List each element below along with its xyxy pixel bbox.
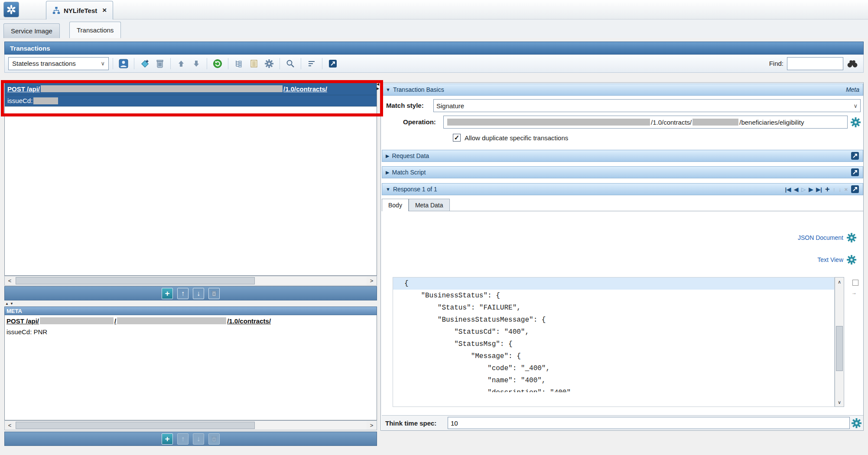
arrow-down-icon (192, 60, 200, 68)
add-button[interactable]: + (162, 288, 173, 299)
operation-settings-button[interactable] (850, 117, 861, 127)
allow-duplicate-checkbox-row[interactable]: ✓ Allow duplicate specific transactions (453, 134, 568, 142)
service-image-button[interactable] (117, 57, 130, 70)
operation-field[interactable]: /1.0/contracts/ /beneficiaries/eligibili… (443, 116, 848, 129)
remove-response-button[interactable]: × (844, 186, 848, 193)
open-external-icon[interactable] (851, 168, 859, 177)
gear-icon[interactable] (847, 255, 856, 265)
scroll-up-button[interactable]: ∧ (835, 278, 844, 286)
transaction-row-selected-detail[interactable]: issueCd: (5, 95, 377, 106)
think-time-settings-button[interactable] (851, 418, 861, 428)
sort-icon (307, 59, 316, 68)
previous-response-button[interactable]: ◀ (794, 186, 798, 193)
next-response-button[interactable]: ▶ (809, 186, 813, 193)
toolbar-separator (207, 58, 207, 69)
close-icon[interactable]: × (102, 6, 107, 15)
scroll-track[interactable] (15, 276, 367, 285)
checkbox-checked[interactable]: ✓ (453, 134, 461, 142)
meta-section-header: META (4, 307, 377, 315)
tab-transactions[interactable]: Transactions (69, 22, 121, 38)
move-response-down-button[interactable]: ↓ (839, 186, 842, 193)
text-view-link[interactable]: Text View (817, 256, 843, 263)
first-response-button[interactable]: |◀ (785, 186, 791, 193)
scroll-thumb[interactable] (16, 277, 255, 284)
delete-transaction-button[interactable] (153, 57, 166, 70)
transaction-mode-dropdown[interactable]: Stateless transactions ∨ (8, 57, 109, 70)
section-request-data[interactable]: ▶ Request Data (382, 150, 863, 162)
add-response-button[interactable]: + (825, 185, 830, 194)
splitter-collapse-right-icon[interactable]: ▶ (377, 87, 380, 91)
open-external-button[interactable] (326, 57, 339, 70)
gear-icon (851, 117, 861, 127)
think-time-label: Think time spec: (385, 420, 436, 427)
move-down-button[interactable]: ↓ (193, 288, 204, 299)
scroll-right-button[interactable]: > (367, 421, 377, 430)
response-body-editor[interactable]: { "BusinessStatus": { "Status": "FAILURE… (393, 277, 835, 407)
meta-transaction-row[interactable]: POST /api/ / /1.0/contracts/ (5, 315, 377, 326)
settings-button[interactable] (263, 57, 276, 70)
triangle-collapsed-icon: ▶ (386, 170, 389, 175)
scroll-thumb[interactable] (836, 326, 843, 371)
tree-view-button[interactable] (232, 57, 245, 70)
scroll-left-button[interactable]: < (5, 276, 15, 285)
trash-icon (211, 436, 217, 442)
move-response-up-button[interactable]: ↑ (832, 186, 835, 193)
operation-path-part1: /1.0/contracts/ (651, 119, 692, 126)
think-time-input[interactable] (448, 417, 850, 429)
match-style-dropdown[interactable]: Signature ∨ (433, 99, 861, 112)
section-match-script[interactable]: ▶ Match Script (382, 166, 863, 178)
redacted-text (40, 317, 114, 324)
code-line-partial: "description": "400", (393, 387, 834, 392)
play-response-button[interactable]: ▷ (801, 186, 806, 193)
transaction-list-hscrollbar: < > (4, 276, 377, 286)
vertical-splitter[interactable]: ◀ ▶ (377, 82, 380, 431)
section-response[interactable]: ▼ Response 1 of 1 |◀ ◀ ▷ ▶ ▶| + ↑ ↓ × (382, 183, 863, 195)
open-external-icon[interactable] (851, 152, 859, 160)
delete-button[interactable] (208, 288, 220, 299)
reset-button[interactable] (211, 57, 224, 70)
section-title: Response 1 of 1 (393, 186, 437, 193)
section-transaction-basics[interactable]: ▼ Transaction Basics Meta (382, 84, 863, 96)
doc-tab-nylifetest[interactable]: NYLifeTest × (46, 1, 113, 19)
binoculars-icon[interactable] (847, 59, 858, 68)
transaction-row-selected[interactable]: POST /api/ /1.0/contracts/ (5, 83, 377, 95)
add-button[interactable]: + (162, 433, 173, 445)
move-down-button-disabled[interactable]: ↓ (193, 433, 204, 445)
move-up-button-disabled[interactable]: ↑ (177, 433, 189, 445)
meta-path-mid: / (114, 317, 116, 325)
tab-body[interactable]: Body (382, 199, 409, 211)
toolbar-separator (228, 58, 228, 69)
editor-corner-toggle[interactable] (852, 280, 858, 286)
scroll-left-button[interactable]: < (5, 421, 15, 430)
magnifier-icon (286, 59, 295, 68)
tab-service-image[interactable]: Service Image (3, 23, 60, 38)
image-icon (119, 59, 128, 68)
splitter-collapse-left-icon[interactable]: ◀ (377, 82, 380, 87)
toolbar-separator (280, 58, 280, 69)
sort-button[interactable] (305, 57, 318, 70)
scroll-thumb[interactable] (16, 422, 255, 429)
scroll-right-button[interactable]: > (367, 276, 377, 285)
response-body-json: "BusinessStatus": { "Status": "FAILURE",… (393, 290, 834, 387)
editor-corner-marker-icon: → (852, 290, 857, 296)
inspect-button[interactable] (284, 57, 297, 70)
horizontal-splitter-handle[interactable]: ▲▼ (5, 302, 15, 306)
open-external-icon (328, 59, 337, 68)
move-up-button[interactable] (175, 57, 188, 70)
check-icon: ✓ (454, 134, 460, 142)
move-down-button[interactable] (190, 57, 203, 70)
new-transaction-button[interactable] (138, 57, 151, 70)
move-up-button[interactable]: ↑ (177, 288, 189, 299)
service-image-icon (52, 6, 60, 14)
last-response-button[interactable]: ▶| (816, 186, 822, 193)
meta-transaction-detail-row[interactable]: issueCd: PNR (5, 326, 377, 337)
tab-meta-data[interactable]: Meta Data (409, 199, 450, 211)
delete-button-disabled[interactable] (208, 433, 220, 445)
list-view-button[interactable] (247, 57, 260, 70)
open-external-icon[interactable] (851, 185, 859, 194)
json-document-link[interactable]: JSON Document (798, 234, 843, 241)
scroll-track[interactable] (15, 421, 367, 430)
find-input[interactable] (787, 57, 843, 70)
scroll-down-button[interactable]: ∨ (835, 398, 844, 407)
gear-icon[interactable] (847, 233, 856, 242)
